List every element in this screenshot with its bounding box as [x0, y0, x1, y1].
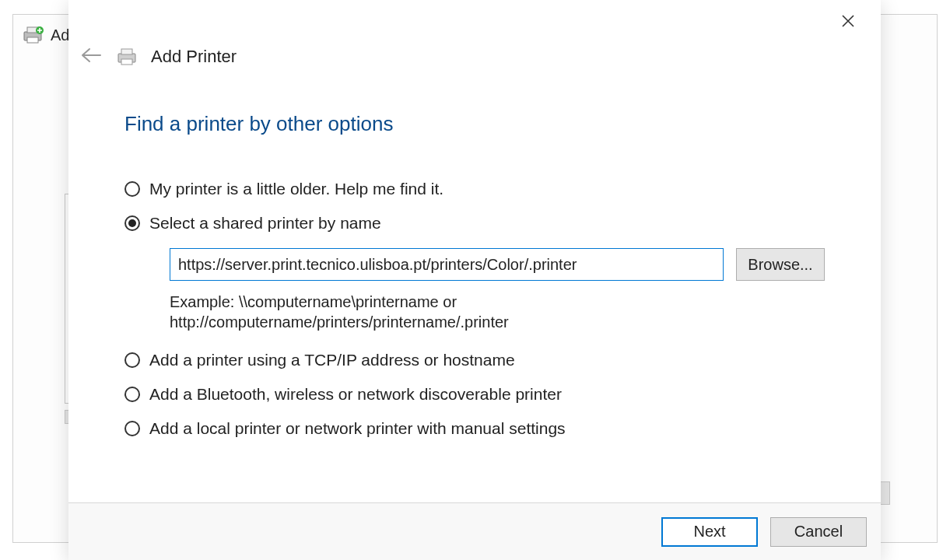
- option-shared-printer[interactable]: Select a shared printer by name: [124, 214, 825, 233]
- dialog-footer: Next Cancel: [68, 502, 881, 560]
- printer-icon: [117, 47, 138, 66]
- page-heading: Find a printer by other options: [124, 112, 825, 136]
- printer-add-icon: [23, 26, 44, 44]
- option-tcpip[interactable]: Add a printer using a TCP/IP address or …: [124, 351, 825, 369]
- next-button[interactable]: Next: [661, 517, 758, 547]
- shared-printer-detail: Browse... Example: \\computername\printe…: [170, 248, 825, 332]
- example-line-1: Example: \\computername\printername or: [170, 293, 457, 310]
- option-local[interactable]: Add a local printer or network printer w…: [124, 419, 825, 438]
- option-bluetooth[interactable]: Add a Bluetooth, wireless or network dis…: [124, 385, 825, 404]
- background-title: Ad: [51, 26, 69, 44]
- close-button[interactable]: [833, 9, 864, 36]
- radio-bluetooth[interactable]: [124, 387, 140, 402]
- option-local-label: Add a local printer or network printer w…: [149, 419, 566, 438]
- example-text: Example: \\computername\printername or h…: [170, 292, 825, 332]
- option-older-label: My printer is a little older. Help me fi…: [149, 180, 443, 198]
- dialog-title: Add Printer: [151, 47, 237, 67]
- cancel-button[interactable]: Cancel: [770, 517, 867, 547]
- svg-rect-6: [121, 59, 132, 65]
- example-line-2: http://computername/printers/printername…: [170, 313, 509, 331]
- radio-local[interactable]: [124, 421, 140, 436]
- close-icon: [841, 14, 855, 31]
- radio-shared[interactable]: [124, 215, 140, 231]
- radio-older[interactable]: [124, 181, 140, 197]
- browse-button[interactable]: Browse...: [736, 248, 825, 281]
- back-arrow-icon: [80, 47, 102, 66]
- option-bluetooth-label: Add a Bluetooth, wireless or network dis…: [149, 385, 562, 404]
- option-tcpip-label: Add a printer using a TCP/IP address or …: [149, 351, 515, 369]
- back-button[interactable]: [78, 44, 104, 70]
- svg-rect-5: [121, 49, 132, 54]
- printer-url-input[interactable]: [170, 248, 724, 281]
- radio-tcpip[interactable]: [124, 352, 140, 368]
- url-input-row: Browse...: [170, 248, 825, 281]
- dialog-header: Add Printer: [68, 0, 881, 70]
- dialog-content: Find a printer by other options My print…: [68, 70, 881, 502]
- svg-rect-2: [27, 37, 38, 43]
- add-printer-dialog: Add Printer Find a printer by other opti…: [68, 0, 881, 560]
- option-shared-label: Select a shared printer by name: [149, 214, 381, 233]
- option-older-printer[interactable]: My printer is a little older. Help me fi…: [124, 180, 825, 198]
